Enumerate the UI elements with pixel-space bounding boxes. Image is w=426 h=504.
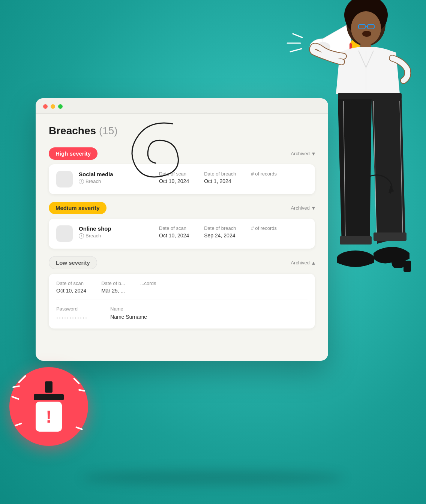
sparkle-line-7 bbox=[75, 426, 83, 430]
low-breach-date-item: Date of b... Mar 25, ... bbox=[101, 280, 125, 294]
breach-meta-shop: Date of scan Oct 10, 2024 Date of breach… bbox=[159, 225, 308, 238]
breach-meta-social: Date of scan Oct 10, 2024 Date of breach… bbox=[159, 171, 308, 184]
sparkle-line-6 bbox=[15, 423, 22, 427]
breach-count: (15) bbox=[99, 125, 118, 136]
chevron-up-icon-low[interactable]: ▴ bbox=[312, 259, 315, 266]
low-breach-meta: Date of scan Oct 10, 2024 Date of b... M… bbox=[56, 280, 308, 294]
medium-severity-header: Medium severity Archived ▾ bbox=[49, 202, 315, 214]
password-value: ············ bbox=[56, 314, 88, 322]
low-expanded-section: Date of scan Oct 10, 2024 Date of b... M… bbox=[49, 274, 315, 328]
low-severity-badge[interactable]: Low severity bbox=[49, 256, 97, 269]
exclamation-mark: ! bbox=[46, 408, 51, 425]
password-field: Password ············ bbox=[56, 306, 88, 322]
exclamation-box: ! bbox=[36, 402, 62, 432]
low-records-item: ...cords bbox=[140, 280, 156, 294]
info-icon-shop: i bbox=[79, 233, 84, 238]
maximize-dot[interactable] bbox=[58, 104, 63, 109]
alert-circle: ! bbox=[9, 367, 88, 446]
data-fields: Password ············ Name Name Surname bbox=[56, 300, 308, 322]
window-chrome bbox=[36, 98, 328, 114]
name-field: Name Name Surname bbox=[110, 306, 147, 322]
breach-info-shop: Online shop i Breach bbox=[79, 225, 153, 238]
window-content: Breaches (15) High severity Archived ▾ S… bbox=[36, 114, 328, 347]
high-breach-card[interactable]: Social media i Breach Date of scan Oct 1… bbox=[49, 164, 315, 194]
high-severity-section: High severity Archived ▾ Social media i … bbox=[49, 147, 315, 194]
medium-archived-label: Archived ▾ bbox=[291, 204, 315, 212]
breach-icon-social bbox=[56, 171, 73, 188]
chevron-down-icon[interactable]: ▾ bbox=[312, 150, 315, 157]
scan-date-item: Date of scan Oct 10, 2024 bbox=[159, 171, 189, 184]
low-scan-date-item: Date of scan Oct 10, 2024 bbox=[56, 280, 86, 294]
breach-name-shop: Online shop bbox=[79, 225, 153, 232]
stamp-handle bbox=[45, 381, 52, 393]
sparkle-line-5 bbox=[78, 389, 85, 392]
stamp-base bbox=[34, 394, 64, 400]
high-severity-header: High severity Archived ▾ bbox=[49, 147, 315, 160]
records-item: # of records bbox=[251, 171, 277, 184]
low-severity-header: Low severity Archived ▴ bbox=[49, 256, 315, 269]
shadow-ellipse bbox=[82, 470, 344, 485]
breach-date-item: Date of breach Oct 1, 2024 bbox=[204, 171, 236, 184]
name-value: Name Surname bbox=[110, 314, 147, 320]
info-icon: i bbox=[79, 179, 84, 184]
records-item-shop: # of records bbox=[251, 225, 277, 238]
high-archived-label: Archived ▾ bbox=[291, 150, 315, 157]
chevron-down-icon-medium[interactable]: ▾ bbox=[312, 204, 315, 212]
breach-icon-shop bbox=[56, 225, 73, 242]
breach-type-shop: i Breach bbox=[79, 233, 153, 238]
page-title: Breaches (15) bbox=[49, 125, 315, 137]
medium-severity-section: Medium severity Archived ▾ Online shop i… bbox=[49, 202, 315, 249]
app-window: Breaches (15) High severity Archived ▾ S… bbox=[36, 98, 328, 361]
breach-date-item-shop: Date of breach Sep 24, 2024 bbox=[204, 225, 236, 238]
medium-severity-badge[interactable]: Medium severity bbox=[49, 202, 106, 214]
minimize-dot[interactable] bbox=[51, 104, 55, 109]
breach-name-social: Social media bbox=[79, 171, 153, 177]
breach-info-social: Social media i Breach bbox=[79, 171, 153, 184]
low-severity-section: Low severity Archived ▴ Date of scan Oct… bbox=[49, 256, 315, 328]
high-severity-badge[interactable]: High severity bbox=[49, 147, 98, 160]
sparkle-line-3 bbox=[11, 396, 20, 400]
stamp-illustration: ! bbox=[34, 381, 64, 432]
scan-date-item-shop: Date of scan Oct 10, 2024 bbox=[159, 225, 189, 238]
breach-type-social: i Breach bbox=[79, 178, 153, 184]
close-dot[interactable] bbox=[43, 104, 48, 109]
page-title-text: Breaches bbox=[49, 125, 96, 136]
low-archived-label: Archived ▴ bbox=[291, 259, 315, 266]
medium-breach-card[interactable]: Online shop i Breach Date of scan Oct 10… bbox=[49, 219, 315, 249]
